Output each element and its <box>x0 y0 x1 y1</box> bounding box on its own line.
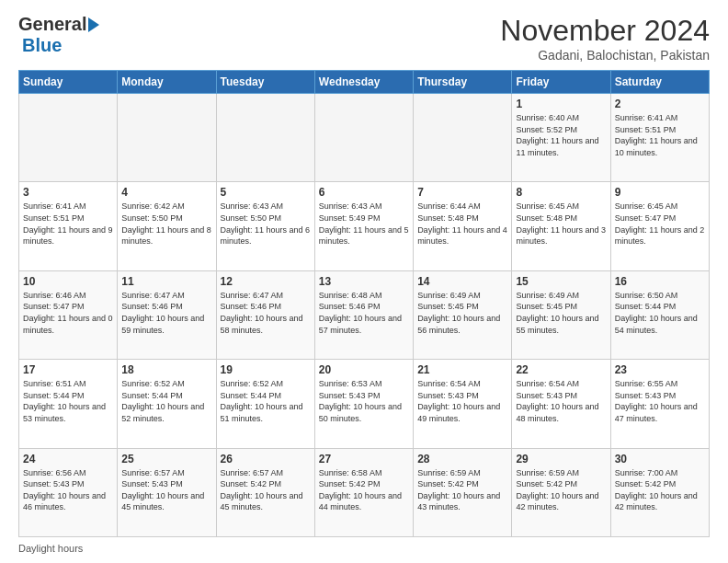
day-number: 29 <box>516 453 606 465</box>
calendar-cell: 13Sunrise: 6:48 AMSunset: 5:46 PMDayligh… <box>314 270 413 359</box>
day-number: 19 <box>221 363 311 376</box>
day-info: Sunrise: 6:55 AMSunset: 5:43 PMDaylight:… <box>615 378 705 424</box>
day-info: Sunrise: 6:43 AMSunset: 5:50 PMDaylight:… <box>221 201 311 247</box>
day-info: Sunrise: 6:42 AMSunset: 5:50 PMDaylight:… <box>121 201 211 247</box>
day-info: Sunrise: 6:54 AMSunset: 5:43 PMDaylight:… <box>417 378 507 424</box>
calendar-header-cell: Thursday <box>414 71 512 94</box>
calendar-cell: 11Sunrise: 6:47 AMSunset: 5:46 PMDayligh… <box>118 270 216 359</box>
day-info: Sunrise: 6:52 AMSunset: 5:44 PMDaylight:… <box>121 378 211 424</box>
day-info: Sunrise: 6:53 AMSunset: 5:43 PMDaylight:… <box>319 378 409 424</box>
calendar-cell: 29Sunrise: 6:59 AMSunset: 5:42 PMDayligh… <box>512 448 610 536</box>
day-info: Sunrise: 6:50 AMSunset: 5:44 PMDaylight:… <box>615 290 705 336</box>
day-info: Sunrise: 6:51 AMSunset: 5:44 PMDaylight:… <box>23 378 113 424</box>
calendar-cell: 16Sunrise: 6:50 AMSunset: 5:44 PMDayligh… <box>610 270 709 359</box>
day-info: Sunrise: 6:41 AMSunset: 5:51 PMDaylight:… <box>615 112 705 158</box>
calendar-cell: 25Sunrise: 6:57 AMSunset: 5:43 PMDayligh… <box>118 448 216 536</box>
logo: General Blue <box>18 14 99 56</box>
day-info: Sunrise: 6:49 AMSunset: 5:45 PMDaylight:… <box>417 290 507 336</box>
day-info: Sunrise: 6:57 AMSunset: 5:42 PMDaylight:… <box>221 467 311 513</box>
calendar-table: SundayMondayTuesdayWednesdayThursdayFrid… <box>18 70 710 537</box>
day-number: 5 <box>221 186 311 199</box>
header: General Blue November 2024 Gadani, Baloc… <box>18 14 710 63</box>
day-info: Sunrise: 6:41 AMSunset: 5:51 PMDaylight:… <box>23 201 113 247</box>
calendar-cell: 3Sunrise: 6:41 AMSunset: 5:51 PMDaylight… <box>19 182 118 270</box>
calendar-cell: 5Sunrise: 6:43 AMSunset: 5:50 PMDaylight… <box>216 182 314 270</box>
day-number: 18 <box>121 363 211 376</box>
calendar-cell <box>118 94 216 182</box>
location: Gadani, Balochistan, Pakistan <box>500 48 710 63</box>
calendar-cell: 14Sunrise: 6:49 AMSunset: 5:45 PMDayligh… <box>414 270 512 359</box>
day-number: 1 <box>516 98 606 110</box>
calendar-header-cell: Monday <box>118 71 216 94</box>
calendar-cell: 26Sunrise: 6:57 AMSunset: 5:42 PMDayligh… <box>216 448 314 536</box>
calendar-cell: 20Sunrise: 6:53 AMSunset: 5:43 PMDayligh… <box>314 360 413 448</box>
calendar-week-row: 10Sunrise: 6:46 AMSunset: 5:47 PMDayligh… <box>19 270 710 359</box>
calendar-cell: 7Sunrise: 6:44 AMSunset: 5:48 PMDaylight… <box>414 182 512 270</box>
logo-text-general: General <box>18 14 86 35</box>
day-number: 27 <box>319 453 409 465</box>
day-number: 14 <box>417 275 507 288</box>
day-number: 30 <box>615 453 705 465</box>
calendar-cell: 4Sunrise: 6:42 AMSunset: 5:50 PMDaylight… <box>118 182 216 270</box>
day-info: Sunrise: 6:40 AMSunset: 5:52 PMDaylight:… <box>516 112 606 158</box>
day-info: Sunrise: 6:49 AMSunset: 5:45 PMDaylight:… <box>516 290 606 336</box>
day-number: 28 <box>417 453 507 465</box>
day-info: Sunrise: 6:43 AMSunset: 5:49 PMDaylight:… <box>319 201 409 247</box>
month-title: November 2024 <box>500 14 710 48</box>
day-number: 13 <box>319 275 409 288</box>
calendar-cell: 2Sunrise: 6:41 AMSunset: 5:51 PMDaylight… <box>610 94 709 182</box>
day-number: 12 <box>221 275 311 288</box>
calendar-cell: 12Sunrise: 6:47 AMSunset: 5:46 PMDayligh… <box>216 270 314 359</box>
calendar-cell: 24Sunrise: 6:56 AMSunset: 5:43 PMDayligh… <box>19 448 118 536</box>
calendar-week-row: 1Sunrise: 6:40 AMSunset: 5:52 PMDaylight… <box>19 94 710 182</box>
day-number: 22 <box>516 363 606 376</box>
day-number: 23 <box>615 363 705 376</box>
day-info: Sunrise: 6:48 AMSunset: 5:46 PMDaylight:… <box>319 290 409 336</box>
day-number: 11 <box>121 275 211 288</box>
day-info: Sunrise: 6:57 AMSunset: 5:43 PMDaylight:… <box>121 467 211 513</box>
calendar-body: 1Sunrise: 6:40 AMSunset: 5:52 PMDaylight… <box>19 94 710 537</box>
calendar-header-cell: Sunday <box>19 71 118 94</box>
day-number: 8 <box>516 186 606 199</box>
day-info: Sunrise: 6:45 AMSunset: 5:47 PMDaylight:… <box>615 201 705 247</box>
day-info: Sunrise: 6:59 AMSunset: 5:42 PMDaylight:… <box>516 467 606 513</box>
calendar-header-cell: Wednesday <box>314 71 413 94</box>
calendar-header-cell: Tuesday <box>216 71 314 94</box>
day-number: 2 <box>615 98 705 110</box>
logo-triangle-icon <box>88 17 99 32</box>
logo-image: General <box>18 14 99 35</box>
calendar-cell: 28Sunrise: 6:59 AMSunset: 5:42 PMDayligh… <box>414 448 512 536</box>
calendar-cell: 1Sunrise: 6:40 AMSunset: 5:52 PMDaylight… <box>512 94 610 182</box>
day-info: Sunrise: 6:52 AMSunset: 5:44 PMDaylight:… <box>221 378 311 424</box>
day-info: Sunrise: 6:45 AMSunset: 5:48 PMDaylight:… <box>516 201 606 247</box>
calendar-week-row: 24Sunrise: 6:56 AMSunset: 5:43 PMDayligh… <box>19 448 710 536</box>
calendar-header-cell: Saturday <box>610 71 709 94</box>
calendar-cell: 8Sunrise: 6:45 AMSunset: 5:48 PMDaylight… <box>512 182 610 270</box>
footer-label: Daylight hours <box>18 543 83 554</box>
day-info: Sunrise: 6:56 AMSunset: 5:43 PMDaylight:… <box>23 467 113 513</box>
day-number: 16 <box>615 275 705 288</box>
day-number: 17 <box>23 363 113 376</box>
day-info: Sunrise: 6:54 AMSunset: 5:43 PMDaylight:… <box>516 378 606 424</box>
calendar-header-row: SundayMondayTuesdayWednesdayThursdayFrid… <box>19 71 710 94</box>
calendar-cell: 30Sunrise: 7:00 AMSunset: 5:42 PMDayligh… <box>610 448 709 536</box>
calendar-cell: 27Sunrise: 6:58 AMSunset: 5:42 PMDayligh… <box>314 448 413 536</box>
day-number: 6 <box>319 186 409 199</box>
day-number: 7 <box>417 186 507 199</box>
calendar-cell: 15Sunrise: 6:49 AMSunset: 5:45 PMDayligh… <box>512 270 610 359</box>
day-number: 20 <box>319 363 409 376</box>
day-info: Sunrise: 6:47 AMSunset: 5:46 PMDaylight:… <box>221 290 311 336</box>
calendar-cell: 17Sunrise: 6:51 AMSunset: 5:44 PMDayligh… <box>19 360 118 448</box>
calendar-cell: 6Sunrise: 6:43 AMSunset: 5:49 PMDaylight… <box>314 182 413 270</box>
day-info: Sunrise: 6:59 AMSunset: 5:42 PMDaylight:… <box>417 467 507 513</box>
calendar-cell <box>19 94 118 182</box>
day-number: 26 <box>221 453 311 465</box>
calendar-cell: 23Sunrise: 6:55 AMSunset: 5:43 PMDayligh… <box>610 360 709 448</box>
title-block: November 2024 Gadani, Balochistan, Pakis… <box>500 14 710 63</box>
calendar-cell <box>414 94 512 182</box>
day-info: Sunrise: 7:00 AMSunset: 5:42 PMDaylight:… <box>615 467 705 513</box>
day-number: 15 <box>516 275 606 288</box>
day-info: Sunrise: 6:44 AMSunset: 5:48 PMDaylight:… <box>417 201 507 247</box>
calendar-cell: 10Sunrise: 6:46 AMSunset: 5:47 PMDayligh… <box>19 270 118 359</box>
calendar-cell <box>314 94 413 182</box>
